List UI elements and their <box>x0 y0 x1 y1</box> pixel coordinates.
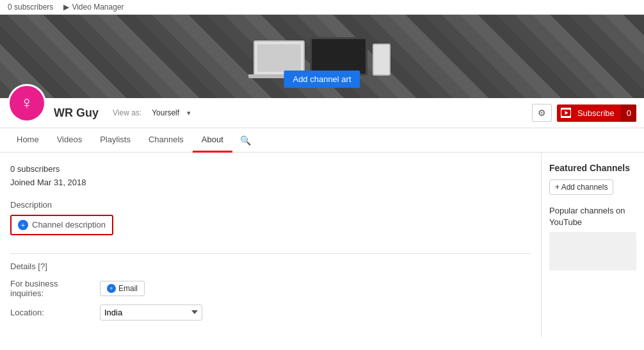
tab-home[interactable]: Home <box>8 128 48 153</box>
popular-channels-title: Popular channels on YouTube <box>549 205 636 228</box>
channel-tabs: Home Videos Playlists Channels About 🔍 <box>0 128 644 153</box>
view-as-label: View as: <box>113 108 141 117</box>
channel-name: WR Guy <box>54 106 99 120</box>
avatar: ♀ <box>8 84 46 122</box>
video-manager-icon: ▶ <box>63 3 69 12</box>
content-area: 0 subscribers Joined Mar 31, 2018 Descri… <box>0 153 644 337</box>
featured-channels-title: Featured Channels <box>549 163 636 173</box>
add-channels-button[interactable]: + Add channels <box>549 179 613 195</box>
tv-device <box>310 37 367 76</box>
popular-channels-placeholder <box>549 232 636 271</box>
avatar-icon: ♀ <box>20 94 34 112</box>
add-description-icon: + <box>18 220 28 230</box>
tab-channels[interactable]: Channels <box>140 128 193 153</box>
channel-header: ♀ WR Guy View as: Yourself ▾ ⚙ Subscribe… <box>0 98 644 128</box>
sidebar: Featured Channels + Add channels Popular… <box>542 153 644 337</box>
subscribe-count: 0 <box>621 104 636 122</box>
business-inquiries-label: For business inquiries: <box>10 279 93 298</box>
search-icon[interactable]: 🔍 <box>232 130 259 151</box>
gear-button[interactable]: ⚙ <box>532 104 552 122</box>
subscribers-info: 0 subscribers Joined Mar 31, 2018 <box>10 163 531 190</box>
video-manager-link[interactable]: ▶ Video Manager <box>63 3 124 12</box>
location-label: Location: <box>10 308 93 317</box>
subscribe-label: Subscribe <box>571 104 621 122</box>
description-placeholder: Channel description <box>32 220 106 229</box>
email-icon: + <box>107 284 116 293</box>
email-button[interactable]: + Email <box>100 281 145 296</box>
tab-playlists[interactable]: Playlists <box>91 128 140 153</box>
phone-device <box>373 44 390 76</box>
business-inquiry-row: For business inquiries: + Email <box>10 279 531 298</box>
joined-date: Joined Mar 31, 2018 <box>10 176 531 190</box>
channel-left: ♀ WR Guy View as: Yourself ▾ <box>8 103 191 122</box>
subscribers-count-text: 0 subscribers <box>10 163 531 176</box>
channel-right: ⚙ Subscribe 0 <box>532 104 636 122</box>
laptop-screen <box>257 44 301 72</box>
description-label: Description <box>10 200 531 210</box>
add-channels-label: + Add channels <box>555 183 608 192</box>
top-bar: 0 subscribers ▶ Video Manager <box>0 0 644 15</box>
youtube-icon <box>561 108 571 118</box>
channel-banner: Add channel art <box>0 15 644 98</box>
view-as-dropdown-icon[interactable]: ▾ <box>187 109 191 117</box>
tab-videos[interactable]: Videos <box>48 128 92 153</box>
details-label: Details [?] <box>10 262 531 271</box>
add-channel-art-button[interactable]: Add channel art <box>284 71 360 88</box>
subscribers-count: 0 subscribers <box>8 3 53 12</box>
view-as-value[interactable]: Yourself <box>152 108 179 117</box>
about-main-content: 0 subscribers Joined Mar 31, 2018 Descri… <box>0 153 542 337</box>
description-box[interactable]: + Channel description <box>10 215 113 235</box>
divider-1 <box>10 253 531 254</box>
tab-about[interactable]: About <box>193 128 232 153</box>
banner-devices <box>254 37 390 76</box>
subscribe-button[interactable]: Subscribe 0 <box>557 104 636 122</box>
location-row: Location: India United States United Kin… <box>10 304 531 321</box>
gear-icon: ⚙ <box>538 108 546 118</box>
email-label: Email <box>118 284 138 293</box>
location-select[interactable]: India United States United Kingdom <box>100 304 202 321</box>
